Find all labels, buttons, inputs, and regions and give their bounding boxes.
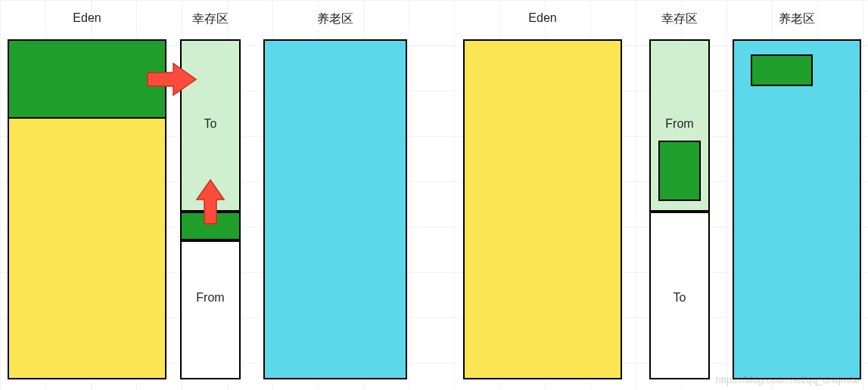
left-eden-title: Eden bbox=[8, 11, 166, 25]
arrow-right-icon bbox=[146, 62, 198, 97]
right-eden-title: Eden bbox=[463, 11, 622, 25]
right-old-cyan bbox=[733, 39, 861, 379]
left-old-title: 养老区 bbox=[263, 11, 407, 27]
left-survivor-title: 幸存区 bbox=[180, 11, 241, 27]
left-survivor-from-label: From bbox=[180, 291, 241, 305]
left-survivor-from bbox=[180, 240, 241, 379]
right-survivor-from-label: From bbox=[649, 117, 710, 131]
right-old-title: 养老区 bbox=[733, 11, 861, 27]
right-eden-yellow bbox=[463, 39, 622, 379]
left-survivor-to-label: To bbox=[180, 117, 241, 131]
right-old-green-inner bbox=[751, 54, 813, 86]
right-survivor-to-label: To bbox=[649, 291, 710, 305]
left-old-cyan bbox=[263, 39, 407, 379]
arrow-up-icon bbox=[195, 178, 226, 225]
watermark-text: https://blog.csdn.net/qq_drwjm/ar bbox=[716, 374, 861, 385]
right-survivor-green-inner bbox=[658, 141, 701, 201]
left-eden-green-top bbox=[8, 39, 166, 119]
right-survivor-title: 幸存区 bbox=[649, 11, 710, 27]
